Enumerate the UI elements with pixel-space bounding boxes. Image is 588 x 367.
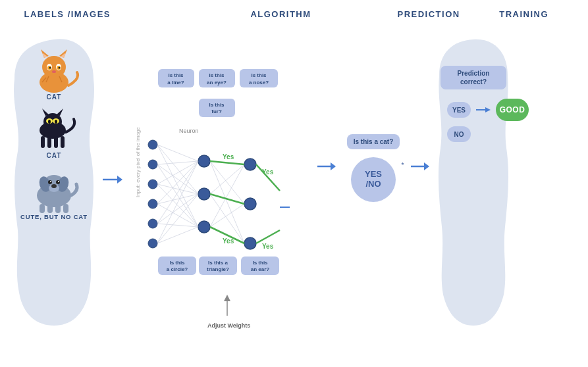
svg-rect-24	[41, 136, 45, 148]
svg-text:Is this: Is this	[168, 72, 184, 78]
svg-marker-120	[331, 162, 336, 170]
svg-line-85	[157, 161, 198, 184]
svg-text:Yes: Yes	[262, 243, 274, 250]
arrow-to-algorithm	[103, 173, 122, 189]
dog-icon	[26, 166, 82, 213]
training-options: YES GOOD	[441, 99, 506, 142]
training-content: Prediction correct? YES	[434, 33, 513, 155]
labels-header: LABELS /IMAGES	[21, 8, 113, 20]
cat1-label: CAT	[47, 93, 62, 101]
svg-line-98	[210, 161, 244, 204]
svg-point-76	[244, 159, 256, 170]
svg-text:Yes: Yes	[223, 237, 234, 245]
no-option: NO	[447, 126, 471, 142]
content-row: CAT	[0, 33, 588, 329]
svg-line-80	[157, 145, 198, 194]
svg-line-96	[157, 227, 198, 243]
prediction-section: Is this a cat? YES/NO *	[337, 134, 410, 202]
good-badge: GOOD	[496, 99, 529, 121]
labels-section: CAT	[8, 33, 100, 329]
svg-point-78	[244, 237, 256, 249]
svg-rect-38	[40, 204, 45, 213]
svg-text:Yes: Yes	[223, 153, 234, 160]
nn-svg: Is this a line? Is this an eye? Is this …	[125, 33, 309, 329]
svg-text:a line?: a line?	[167, 80, 184, 86]
training-section: Prediction correct? YES	[431, 33, 516, 329]
svg-point-34	[48, 180, 52, 184]
svg-marker-124	[485, 107, 491, 112]
svg-line-106	[210, 161, 244, 164]
svg-rect-26	[54, 136, 58, 148]
svg-text:Is this: Is this	[209, 72, 225, 78]
prediction-header: PREdiction	[392, 8, 465, 20]
svg-rect-39	[47, 204, 53, 213]
svg-line-100	[210, 164, 244, 194]
svg-marker-117	[224, 295, 230, 301]
is-cat-question: Is this a cat?	[347, 134, 400, 149]
svg-text:an eye?: an eye?	[207, 80, 227, 86]
svg-text:triangle?: triangle?	[207, 266, 229, 272]
svg-marker-19	[56, 109, 63, 116]
svg-line-82	[157, 161, 198, 164]
svg-text:an ear?: an ear?	[251, 266, 270, 272]
no-badge: NO	[447, 126, 471, 142]
yes-no-bubble: YES/NO	[351, 157, 396, 202]
arrow-right-svg	[103, 173, 122, 186]
algorithm-header: ALGORITHM	[185, 8, 376, 20]
svg-point-36	[50, 181, 51, 182]
black-cat-icon	[28, 107, 80, 152]
svg-point-37	[58, 181, 59, 182]
svg-text:Is this: Is this	[252, 260, 268, 266]
svg-point-74	[198, 188, 210, 200]
yes-badge: YES	[447, 102, 471, 118]
svg-line-113	[256, 230, 280, 243]
svg-text:a circle?: a circle?	[167, 266, 188, 272]
svg-rect-41	[63, 204, 68, 213]
svg-marker-122	[424, 162, 429, 170]
svg-text:Is this: Is this	[209, 102, 225, 108]
asterisk: *	[401, 162, 404, 169]
svg-text:Neuron: Neuron	[179, 128, 199, 134]
arrow-train-svg	[411, 160, 429, 173]
svg-point-75	[198, 221, 210, 233]
svg-point-69	[148, 180, 157, 189]
svg-line-93	[157, 224, 198, 227]
arrow-pred-svg	[317, 160, 336, 173]
svg-text:Is this: Is this	[169, 260, 185, 266]
svg-point-10	[49, 67, 51, 69]
animal-item-1: CAT	[28, 46, 80, 101]
yes-arrow	[476, 105, 491, 114]
svg-point-71	[148, 219, 157, 228]
animal-item-2: CAT	[28, 107, 80, 159]
svg-line-83	[157, 164, 198, 194]
training-blob: Prediction correct? YES	[434, 33, 513, 329]
svg-text:Input: every pixel of the imag: Input: every pixel of the image	[135, 127, 141, 197]
svg-point-70	[148, 199, 157, 208]
cat2-label: CAT	[47, 152, 62, 159]
header-row: LABELS /IMAGES ALGORITHM PREdiction TRAI…	[0, 8, 588, 20]
svg-line-90	[157, 204, 198, 227]
algorithm-section: Is this a line? Is this an eye? Is this …	[125, 33, 316, 329]
svg-point-22	[48, 120, 51, 124]
svg-point-1	[42, 56, 66, 78]
svg-point-72	[148, 239, 157, 248]
svg-point-23	[55, 120, 57, 124]
svg-line-88	[157, 161, 198, 204]
svg-text:Yes: Yes	[262, 168, 274, 176]
svg-marker-43	[117, 176, 122, 184]
svg-line-95	[157, 194, 198, 243]
svg-point-33	[51, 184, 57, 188]
nn-diagram: Is this a line? Is this an eye? Is this …	[125, 33, 309, 329]
dog-label: CUTE, BUT NO CAT	[20, 213, 88, 220]
svg-line-104	[210, 204, 244, 227]
svg-rect-40	[55, 204, 61, 213]
svg-point-67	[148, 140, 157, 149]
svg-marker-18	[42, 109, 49, 116]
svg-point-68	[148, 160, 157, 169]
arrow-to-prediction	[317, 160, 336, 176]
svg-rect-27	[61, 136, 65, 148]
svg-line-79	[157, 145, 198, 161]
svg-rect-25	[47, 136, 51, 148]
arrow-to-training	[411, 160, 429, 176]
animal-item-3: CUTE, BUT NO CAT	[20, 166, 88, 220]
